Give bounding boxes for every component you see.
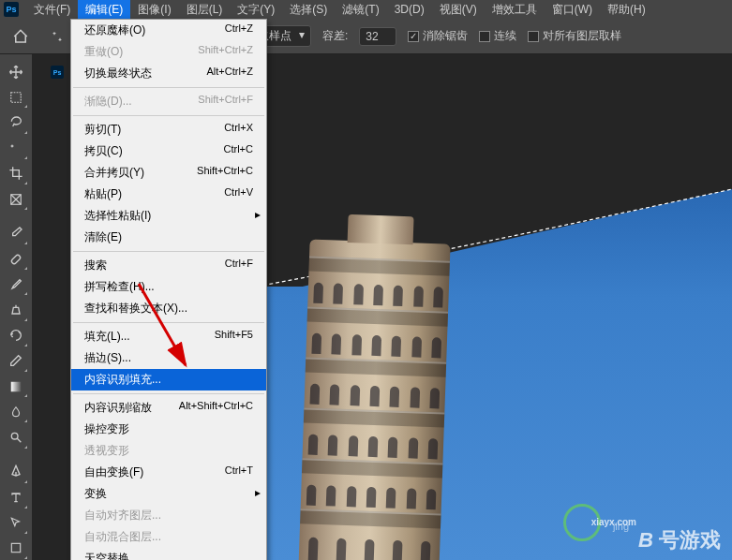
canvas-image: jing B xiayx.com 号游戏 (257, 185, 732, 560)
svg-rect-3 (11, 381, 22, 391)
menu-item[interactable]: 合并拷贝(Y)Shift+Ctrl+C (71, 162, 266, 184)
menu-item: 自动对齐图层... (71, 505, 266, 526)
menu-item[interactable]: 粘贴(P)Ctrl+V (71, 184, 266, 205)
menu-item[interactable]: 剪切(T)Ctrl+X (71, 119, 266, 140)
menu-item[interactable]: 描边(S)... (71, 347, 266, 369)
menu-file[interactable]: 文件(F) (26, 0, 78, 20)
menubar: Ps 文件(F) 编辑(E) 图像(I) 图层(L) 文字(Y) 选择(S) 滤… (0, 0, 732, 19)
ps-logo: Ps (4, 2, 19, 17)
menu-item[interactable]: 选择性粘贴(I)▸ (71, 205, 266, 227)
eraser-tool[interactable] (4, 349, 28, 373)
contiguous-checkbox[interactable]: 连续 (479, 28, 516, 44)
magic-wand-tool-icon[interactable] (45, 25, 67, 48)
menu-select[interactable]: 选择(S) (282, 0, 335, 20)
antialias-checkbox[interactable]: 消除锯齿 (408, 28, 468, 44)
edit-menu-dropdown: 还原魔棒(O)Ctrl+Z重做(O)Shift+Ctrl+Z切换最终状态Alt+… (70, 19, 267, 560)
home-icon[interactable] (7, 23, 34, 50)
tolerance-label: 容差: (322, 28, 348, 44)
blur-tool[interactable] (4, 400, 28, 423)
menu-item[interactable]: 清除(E) (71, 227, 266, 248)
menu-plugins[interactable]: 增效工具 (485, 0, 545, 20)
brush-tool[interactable] (4, 273, 28, 296)
menu-item[interactable]: 切换最终状态Alt+Ctrl+Z (71, 63, 266, 84)
menu-item[interactable]: 内容识别缩放Alt+Shift+Ctrl+C (71, 397, 266, 419)
path-select-tool[interactable] (4, 511, 28, 535)
menu-layer[interactable]: 图层(L) (179, 0, 231, 20)
menu-item: 自动混合图层... (71, 526, 266, 548)
menu-edit[interactable]: 编辑(E) (78, 0, 130, 20)
healing-tool[interactable] (4, 247, 28, 271)
eyedropper-tool[interactable] (4, 222, 28, 245)
menu-item[interactable]: 填充(L)...Shift+F5 (71, 326, 266, 347)
menu-window[interactable]: 窗口(W) (545, 0, 600, 20)
tolerance-input[interactable] (359, 27, 396, 46)
menu-item[interactable]: 还原魔棒(O)Ctrl+Z (71, 20, 266, 41)
menu-item[interactable]: 操控变形 (71, 419, 266, 440)
menu-item: 重做(O)Shift+Ctrl+Z (71, 41, 266, 63)
svg-point-4 (11, 433, 18, 439)
menu-view[interactable]: 视图(V) (432, 0, 485, 20)
menu-type[interactable]: 文字(Y) (230, 0, 282, 20)
type-tool[interactable] (4, 486, 28, 509)
menu-filter[interactable]: 滤镜(T) (335, 0, 386, 20)
menu-item[interactable]: 搜索Ctrl+F (71, 255, 266, 276)
pen-tool[interactable] (4, 460, 28, 483)
watermark: B xiayx.com 号游戏 (638, 526, 721, 554)
menu-item[interactable]: 拼写检查(H)... (71, 276, 266, 298)
menu-item: 渐隐(D)...Shift+Ctrl+F (71, 91, 266, 112)
history-brush-tool[interactable] (4, 324, 28, 347)
document-tab[interactable]: Ps (51, 66, 64, 79)
move-tool[interactable] (4, 60, 28, 83)
svg-rect-2 (10, 254, 21, 264)
marquee-tool[interactable] (4, 85, 28, 109)
toolbar (0, 54, 32, 560)
menu-item[interactable]: 拷贝(C)Ctrl+C (71, 140, 266, 162)
clone-tool[interactable] (4, 298, 28, 321)
menu-item[interactable]: 天空替换... (71, 548, 266, 560)
gradient-tool[interactable] (4, 375, 28, 398)
menu-item[interactable]: 内容识别填充... (71, 369, 266, 391)
menu-item[interactable]: 变换▸ (71, 483, 266, 505)
menu-item[interactable]: 自由变换(F)Ctrl+T (71, 462, 266, 483)
lasso-tool[interactable] (4, 111, 28, 134)
crop-tool[interactable] (4, 162, 28, 185)
menu-3d[interactable]: 3D(D) (387, 1, 432, 18)
svg-rect-0 (11, 93, 22, 103)
menu-item: 透视变形 (71, 440, 266, 462)
magic-wand-tool[interactable] (4, 137, 28, 160)
tower-image (297, 239, 450, 560)
frame-tool[interactable] (4, 187, 28, 211)
dodge-tool[interactable] (4, 425, 28, 449)
shape-tool[interactable] (4, 537, 28, 560)
all-layers-checkbox[interactable]: 对所有图层取样 (528, 28, 621, 44)
menu-help[interactable]: 帮助(H) (600, 0, 653, 20)
menu-image[interactable]: 图像(I) (130, 0, 178, 20)
menu-item[interactable]: 查找和替换文本(X)... (71, 298, 266, 319)
svg-rect-5 (11, 544, 20, 553)
